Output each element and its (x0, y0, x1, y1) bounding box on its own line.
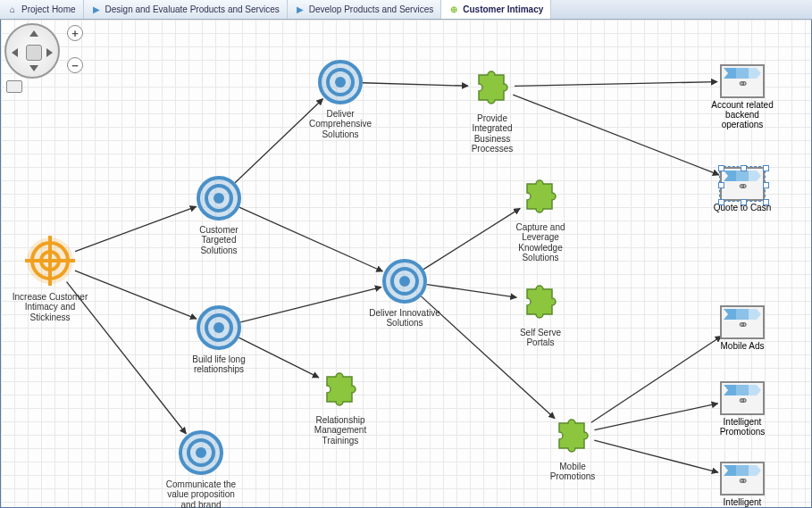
diagram-node-mobile_promo[interactable]: Mobile Promotions (537, 412, 608, 482)
pan-center-button[interactable] (26, 45, 42, 61)
crosshair-icon (10, 234, 90, 290)
node-label: Deliver Innovative Solutions (369, 308, 440, 329)
home-icon: ⌂ (7, 4, 18, 15)
selection-handle[interactable] (741, 199, 747, 205)
node-label: Capture and Leverage Knowledge Solutions (505, 222, 576, 263)
svg-point-20 (335, 77, 346, 87)
edge (591, 336, 722, 422)
target-icon (183, 305, 255, 353)
node-label: Account related backend operations (711, 100, 774, 129)
pan-left-icon[interactable] (12, 48, 18, 57)
navigator-pad: + − (4, 23, 88, 89)
diagram-node-root[interactable]: Increase Customer Intimacy and Stickines… (10, 234, 90, 322)
edge (594, 440, 718, 472)
diagram-node-provide_int[interactable]: Provide Integrated Business Processes (456, 64, 528, 154)
chain-icon: ⚭ (720, 381, 765, 415)
node-label: Communicate the value proposition and br… (165, 479, 237, 509)
tab-label: Design and Evaluate Products and Service… (105, 4, 280, 14)
selection-handle[interactable] (718, 199, 724, 205)
svg-point-24 (399, 276, 410, 287)
diagram-node-communicate[interactable]: Communicate the value proposition and br… (165, 430, 237, 508)
puzzle-icon (456, 64, 528, 112)
diagram-node-relationship[interactable]: Relationship Management Trainings (305, 366, 376, 446)
edge (75, 206, 197, 251)
target-icon: ⊕ (448, 4, 459, 15)
diagram-node-build_life[interactable]: Build life long relationships (183, 305, 255, 375)
edge (75, 271, 197, 319)
chain-icon: ⚭ (720, 305, 765, 339)
node-label: Intelligent Promotions (711, 417, 774, 437)
edge (515, 82, 717, 87)
selection-handle[interactable] (763, 165, 769, 171)
pan-right-icon[interactable] (46, 48, 53, 57)
puzzle-icon (305, 366, 376, 413)
selection-handle[interactable] (763, 199, 769, 205)
node-label: Mobile Promotions (537, 462, 608, 482)
tab-design-evaluate[interactable]: ▶ Design and Evaluate Products and Servi… (84, 0, 288, 19)
pan-down-icon[interactable] (29, 65, 38, 71)
chain-icon: ⚭ (720, 64, 765, 98)
edge (240, 287, 381, 322)
edge (363, 83, 468, 86)
target-icon (183, 176, 255, 223)
node-label: Build life long relationships (183, 354, 255, 375)
node-label: Customer Targeted Solutions (183, 225, 255, 256)
diagram-node-capture[interactable]: Capture and Leverage Knowledge Solutions (505, 173, 576, 263)
node-label: Mobile Ads (711, 341, 774, 351)
node-label: Intelligent (711, 497, 774, 507)
play-icon: ▶ (295, 4, 306, 15)
tab-develop[interactable]: ▶ Develop Products and Services (288, 0, 442, 19)
svg-point-8 (213, 193, 224, 204)
diagram-node-deliver_innov[interactable]: Deliver Innovative Solutions (369, 259, 440, 329)
svg-point-16 (196, 447, 206, 458)
node-label: Increase Customer Intimacy and Stickines… (10, 292, 90, 323)
tab-label: Project Home (21, 4, 76, 14)
svg-point-12 (213, 322, 224, 333)
target-icon (305, 60, 376, 107)
zoom-in-button[interactable]: + (67, 25, 83, 41)
diagram-node-self_serve[interactable]: Self Serve Portals (505, 279, 576, 348)
puzzle-icon (505, 173, 576, 221)
pan-up-icon[interactable] (29, 30, 38, 37)
link-node-intel_promo[interactable]: ⚭Intelligent Promotions (711, 381, 774, 437)
print-button[interactable] (6, 80, 22, 93)
tab-label: Develop Products and Services (309, 4, 434, 14)
selection-handle[interactable] (718, 182, 724, 188)
pan-control[interactable] (4, 23, 60, 79)
selection-handle[interactable] (741, 165, 747, 171)
link-node-account_ops[interactable]: ⚭Account related backend operations (711, 64, 774, 129)
node-label: Self Serve Portals (505, 328, 576, 348)
link-node-intelligent[interactable]: ⚭Intelligent (711, 462, 774, 507)
link-node-mobile_ads[interactable]: ⚭Mobile Ads (711, 305, 774, 351)
node-label: Provide Integrated Business Processes (456, 113, 528, 154)
target-icon (165, 430, 237, 478)
node-label: Deliver Comprehensive Solutions (305, 109, 376, 140)
tab-label: Customer Intimacy (463, 4, 543, 14)
chain-icon: ⚭ (720, 167, 765, 201)
target-icon (369, 259, 440, 306)
edge (594, 404, 717, 430)
link-node-quote_cash[interactable]: ⚭Quote to Cash (711, 167, 774, 212)
zoom-out-button[interactable]: − (67, 57, 83, 73)
tab-customer-intimacy[interactable]: ⊕ Customer Intimacy (441, 0, 551, 19)
selection-handle[interactable] (763, 182, 769, 188)
selection-handle[interactable] (718, 165, 724, 171)
puzzle-icon (505, 279, 576, 326)
diagram-node-cust_targeted[interactable]: Customer Targeted Solutions (183, 176, 255, 255)
puzzle-icon (537, 412, 608, 460)
diagram-canvas[interactable]: + − Increase Customer Intimacy and Stick… (0, 20, 812, 508)
tab-project-home[interactable]: ⌂ Project Home (0, 0, 84, 19)
tab-bar: ⌂ Project Home ▶ Design and Evaluate Pro… (0, 0, 812, 20)
play-icon: ▶ (91, 4, 102, 15)
node-label: Relationship Management Trainings (305, 415, 376, 446)
diagram-node-deliver_comp[interactable]: Deliver Comprehensive Solutions (305, 60, 376, 139)
edge (513, 95, 719, 175)
chain-icon: ⚭ (720, 462, 765, 496)
edge (239, 207, 383, 271)
